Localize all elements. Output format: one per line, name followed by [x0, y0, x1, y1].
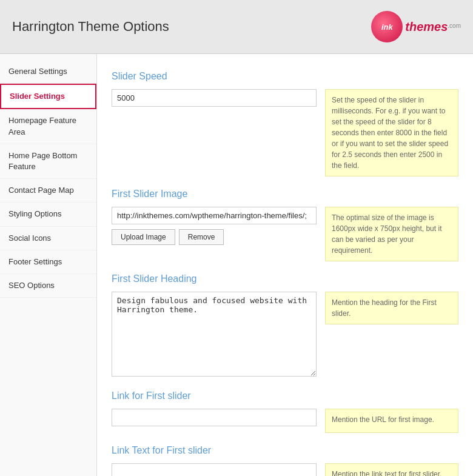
first-slider-image-hint: The optimal size of the image is 1600px …: [325, 207, 458, 261]
main-layout: General Settings Slider Settings Homepag…: [0, 54, 473, 476]
link-first-slider-hint: Mention the URL for first image.: [325, 409, 458, 433]
first-slider-image-field: Upload Image Remove: [112, 207, 317, 245]
sidebar-item-slider-settings[interactable]: Slider Settings: [0, 84, 96, 109]
main-content: Slider Speed Set the speed of the slider…: [97, 54, 473, 476]
sidebar-item-general-settings[interactable]: General Settings: [0, 60, 96, 84]
upload-image-button[interactable]: Upload Image: [112, 229, 175, 245]
slider-speed-input[interactable]: [112, 89, 317, 107]
first-slider-heading-field: Design fabulous and focused website with…: [112, 292, 317, 378]
slider-speed-hint: Set the speed of the slider in milliseco…: [325, 89, 458, 176]
image-buttons: Upload Image Remove: [112, 229, 317, 245]
slider-speed-field: [112, 89, 317, 107]
first-slider-heading-textarea[interactable]: Design fabulous and focused website with…: [112, 292, 317, 377]
remove-image-button[interactable]: Remove: [179, 229, 224, 245]
slider-speed-row: Set the speed of the slider in milliseco…: [112, 89, 458, 176]
slider-speed-title: Slider Speed: [112, 71, 458, 82]
link-first-slider-field: [112, 409, 317, 426]
app-header: Harrington Theme Options ink themes.com: [0, 0, 473, 54]
link-text-first-slider-title: Link Text for First slider: [112, 445, 458, 456]
sidebar: General Settings Slider Settings Homepag…: [0, 54, 97, 476]
link-first-slider-row: Mention the URL for first image.: [112, 409, 458, 433]
link-text-first-slider-row: Mention the link text for first slider.: [112, 463, 458, 476]
logo-icon: ink: [371, 11, 403, 42]
first-slider-image-row: Upload Image Remove The optimal size of …: [112, 207, 458, 261]
first-slider-image-url-input[interactable]: [112, 207, 317, 224]
page-title: Harrington Theme Options: [12, 19, 169, 35]
link-first-slider-input[interactable]: [112, 409, 317, 426]
link-first-slider-title: Link for First slider: [112, 391, 458, 401]
sidebar-item-homepage-feature-area[interactable]: Homepage Feature Area: [0, 109, 96, 144]
logo: ink themes.com: [371, 11, 461, 42]
logo-wordmark: themes.com: [405, 20, 461, 34]
sidebar-item-seo-options[interactable]: SEO Options: [0, 274, 96, 298]
link-text-first-slider-hint: Mention the link text for first slider.: [325, 463, 458, 476]
sidebar-item-footer-settings[interactable]: Footer Settings: [0, 250, 96, 274]
first-slider-heading-row: Design fabulous and focused website with…: [112, 292, 458, 378]
sidebar-item-home-page-bottom-feature[interactable]: Home Page Bottom Feature: [0, 144, 96, 179]
link-text-first-slider-field: [112, 463, 317, 476]
first-slider-heading-title: First Slider Heading: [112, 273, 458, 284]
first-slider-heading-hint: Mention the heading for the First slider…: [325, 292, 458, 324]
sidebar-item-contact-page-map[interactable]: Contact Page Map: [0, 179, 96, 203]
sidebar-item-social-icons[interactable]: Social Icons: [0, 227, 96, 250]
first-slider-image-title: First Slider Image: [112, 189, 458, 199]
link-text-first-slider-input[interactable]: [112, 463, 317, 476]
sidebar-item-styling-options[interactable]: Styling Options: [0, 203, 96, 226]
